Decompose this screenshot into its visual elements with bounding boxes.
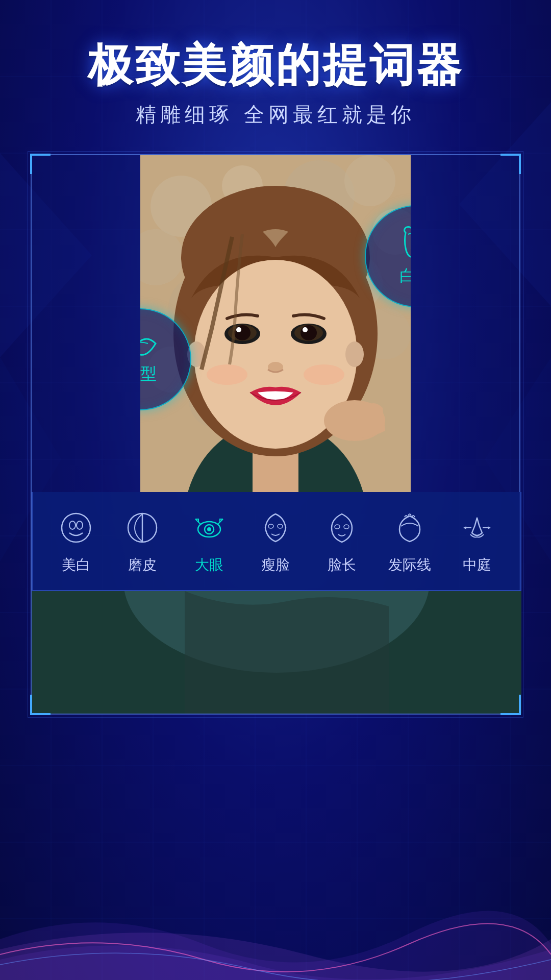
svg-point-56 [207, 364, 247, 385]
main-title: 极致美颜的提词器 [0, 41, 551, 90]
main-content: 极致美颜的提词器 精雕细琢 全网最红就是你 [0, 0, 551, 980]
badge-teeth-label: 白牙 [399, 265, 411, 287]
tool-big-eyes-label: 大眼 [195, 555, 223, 575]
tool-smoothing-icon [122, 507, 163, 548]
tools-panel: 美白 磨皮 [32, 492, 521, 591]
svg-point-59 [62, 513, 90, 542]
corner-tl [30, 154, 51, 174]
tool-slim-face-icon [255, 507, 296, 548]
bottom-photo [32, 591, 521, 714]
tool-hairline[interactable]: 发际线 [388, 507, 431, 575]
tool-face-length[interactable]: 脸长 [321, 507, 362, 575]
svg-point-66 [207, 527, 211, 531]
tool-hairline-label: 发际线 [388, 555, 431, 575]
photo-container: 嘴型 ✦ ✦ 白牙 [140, 155, 411, 492]
header-section: 极致美颜的提词器 精雕细琢 全网最红就是你 [0, 0, 551, 144]
svg-point-70 [344, 525, 349, 529]
svg-point-60 [69, 521, 76, 529]
corner-tr [500, 154, 521, 174]
svg-point-30 [344, 155, 395, 206]
svg-point-68 [278, 524, 283, 528]
svg-point-57 [304, 364, 344, 385]
svg-point-53 [300, 325, 317, 340]
tool-midface[interactable]: 中庭 [457, 507, 497, 575]
svg-point-67 [268, 524, 273, 528]
image-frame: 嘴型 ✦ ✦ 白牙 [31, 154, 520, 715]
tool-face-length-label: 脸长 [328, 555, 356, 575]
sub-title: 精雕细琢 全网最红就是你 [0, 101, 551, 129]
svg-point-49 [234, 325, 251, 340]
tool-midface-icon [457, 507, 497, 548]
svg-point-54 [303, 327, 308, 332]
tool-smoothing-label: 磨皮 [128, 555, 157, 575]
corner-bl [30, 695, 51, 715]
badge-mouth-label: 嘴型 [140, 363, 157, 385]
corner-br [500, 695, 521, 715]
tool-midface-label: 中庭 [463, 555, 491, 575]
tool-whitening[interactable]: 美白 [56, 507, 96, 575]
tool-slim-face-label: 瘦脸 [261, 555, 290, 575]
tool-big-eyes-icon [189, 507, 230, 548]
image-section: 嘴型 ✦ ✦ 白牙 [31, 154, 520, 715]
tool-smoothing[interactable]: 磨皮 [122, 507, 163, 575]
tool-big-eyes[interactable]: 大眼 [189, 507, 230, 575]
tool-slim-face[interactable]: 瘦脸 [255, 507, 296, 575]
svg-point-46 [345, 341, 364, 367]
svg-point-50 [236, 327, 241, 332]
svg-point-61 [77, 521, 83, 529]
svg-point-69 [335, 525, 340, 529]
tool-hairline-icon [389, 507, 430, 548]
tool-whitening-label: 美白 [62, 555, 90, 575]
tool-whitening-icon [56, 507, 96, 548]
tool-face-length-icon [321, 507, 362, 548]
